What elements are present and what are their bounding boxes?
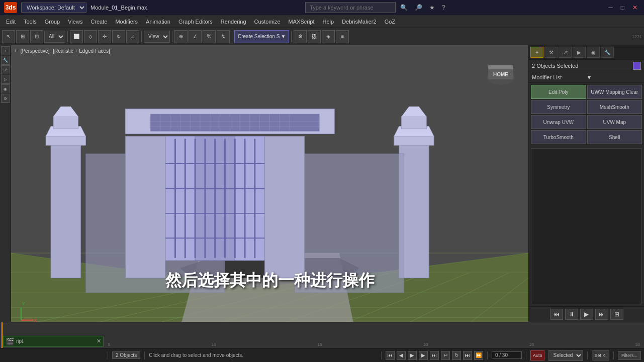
- close-btn[interactable]: ✕: [630, 3, 640, 12]
- search-btn[interactable]: 🔍: [398, 3, 410, 12]
- tab-utilities[interactable]: 🔧: [601, 47, 614, 58]
- display-panel-btn[interactable]: ◉: [1, 84, 10, 93]
- panel-play-first-btn[interactable]: ⏮: [550, 309, 563, 320]
- menu-tools[interactable]: Tools: [20, 17, 41, 26]
- menu-group[interactable]: Group: [41, 17, 64, 26]
- modifier-list-dropdown-icon[interactable]: ▼: [587, 74, 641, 80]
- panel-pause-btn[interactable]: ⏸: [565, 309, 578, 320]
- modifier-list-label: Modifier List: [532, 74, 587, 80]
- tab-motion[interactable]: ▶: [573, 47, 586, 58]
- render-setup-btn[interactable]: ⚙: [294, 30, 307, 43]
- help-btn[interactable]: ?: [439, 3, 448, 12]
- create-panel-btn[interactable]: +: [1, 46, 10, 55]
- menu-animation[interactable]: Animation: [142, 17, 174, 26]
- snap-angle-btn[interactable]: ∠: [189, 30, 202, 43]
- frame-first-btn[interactable]: ⏮: [386, 351, 395, 360]
- lasso-select-btn[interactable]: ◇: [84, 30, 97, 43]
- frame-loop-btn[interactable]: ↻: [452, 351, 461, 360]
- svg-rect-28: [394, 137, 434, 146]
- title-center: 🔍 🔎 ★ ?: [305, 2, 448, 13]
- slate-editor-btn[interactable]: ≡: [336, 30, 349, 43]
- minimize-btn[interactable]: ─: [606, 3, 615, 12]
- tab-create[interactable]: ✦: [530, 47, 543, 58]
- menu-goz[interactable]: GoZ: [381, 17, 399, 26]
- filters-btn[interactable]: Filters...: [618, 351, 641, 360]
- modify-panel-btn[interactable]: 🔧: [1, 56, 10, 65]
- snap-spin-btn[interactable]: ↯: [217, 30, 230, 43]
- frame-play-reverse-btn[interactable]: ↩: [441, 351, 450, 360]
- mod-btn-meshsmooth[interactable]: MeshSmooth: [587, 100, 642, 114]
- search-input[interactable]: [305, 2, 396, 13]
- menu-help[interactable]: Help: [319, 17, 338, 26]
- filter-select[interactable]: All: [44, 31, 65, 43]
- menu-views[interactable]: Views: [64, 17, 86, 26]
- view-select[interactable]: View: [144, 31, 170, 43]
- workspace-dropdown[interactable]: Workspace: Default: [21, 3, 86, 13]
- select-filter-btn[interactable]: ⊡: [30, 30, 43, 43]
- color-swatch[interactable]: [633, 62, 641, 70]
- search-options-btn[interactable]: 🔎: [412, 3, 425, 12]
- toolbar-max-label: 1221: [632, 34, 642, 39]
- snap-toggle-btn[interactable]: ⊕: [174, 30, 188, 43]
- utilities-panel-btn[interactable]: ⚙: [1, 94, 10, 103]
- mod-btn-uww-mapping[interactable]: UWW Mapping Clear: [587, 85, 642, 99]
- tab-hierarchy[interactable]: ⎇: [559, 47, 572, 58]
- status-sep-3: [381, 351, 382, 359]
- mod-btn-uvw-map[interactable]: UVW Map: [587, 115, 642, 129]
- hierarchy-panel-btn[interactable]: ⎇: [1, 65, 10, 74]
- frame-play-btn[interactable]: ▶: [408, 351, 417, 360]
- rotate-btn[interactable]: ↻: [112, 30, 125, 43]
- tick-15: 15: [318, 342, 322, 347]
- region-select-btn[interactable]: ⬜: [70, 30, 83, 43]
- mod-btn-edit-poly[interactable]: Edit Poly: [531, 85, 586, 99]
- panel-extra-btn[interactable]: ⊞: [610, 309, 623, 320]
- tick-30: 30: [635, 342, 640, 347]
- separator-2: [141, 31, 142, 42]
- menu-graph-editors[interactable]: Graph Editors: [174, 17, 217, 26]
- frame-skip-btn[interactable]: ⏭: [463, 351, 472, 360]
- auto-key-btn[interactable]: Auto: [530, 350, 545, 360]
- menu-edit[interactable]: Edit: [2, 17, 20, 26]
- frame-next-btn[interactable]: ▶: [419, 351, 428, 360]
- script-close-btn[interactable]: ✕: [97, 338, 101, 344]
- selected-dropdown[interactable]: Selected: [548, 350, 583, 361]
- bookmark-btn[interactable]: ★: [427, 3, 437, 12]
- snap-percent-btn[interactable]: %: [203, 30, 216, 43]
- menu-customize[interactable]: Customize: [250, 17, 285, 26]
- material-editor-btn[interactable]: ◈: [322, 30, 335, 43]
- mod-btn-unwrap-uvw[interactable]: Unwrap UVW: [531, 115, 586, 129]
- tick-25: 25: [529, 342, 534, 347]
- select-by-name-btn[interactable]: ⊞: [16, 30, 29, 43]
- restore-btn[interactable]: □: [618, 3, 627, 12]
- frame-last-btn[interactable]: ⏭: [430, 351, 439, 360]
- render-btn[interactable]: 🖼: [308, 30, 321, 43]
- frame-counter: 0 / 30: [492, 351, 522, 359]
- motion-panel-btn[interactable]: ▷: [1, 75, 10, 84]
- svg-text:X: X: [34, 318, 37, 322]
- select-tool-btn[interactable]: ↖: [2, 30, 15, 43]
- svg-rect-22: [51, 139, 80, 278]
- menu-create[interactable]: Create: [86, 17, 111, 26]
- tab-display[interactable]: ◉: [587, 47, 600, 58]
- menu-maxscript[interactable]: MAXScript: [285, 17, 319, 26]
- mod-btn-turbsmooth[interactable]: TurboSmooth: [531, 130, 586, 144]
- filename-label: Module_01_Begin.max: [90, 5, 147, 11]
- panel-play-btn[interactable]: ▶: [580, 309, 593, 320]
- mod-btn-symmetry[interactable]: Symmetry: [531, 100, 586, 114]
- set-key-btn[interactable]: Set K.: [592, 350, 609, 360]
- menu-rendering[interactable]: Rendering: [217, 17, 250, 26]
- mod-btn-shell[interactable]: Shell: [587, 130, 642, 144]
- scale-btn[interactable]: ⊿: [126, 30, 139, 43]
- frame-slider-area: ⏮ ◀ ▶ ▶ ⏭ ↩ ↻ ⏭ ⏩: [386, 351, 483, 360]
- menu-bar: Edit Tools Group Views Create Modifiers …: [0, 15, 644, 28]
- frame-prev-btn[interactable]: ◀: [397, 351, 406, 360]
- tab-modify[interactable]: ⚒: [544, 47, 558, 58]
- frame-skip2-btn[interactable]: ⏩: [474, 351, 483, 360]
- panel-play-last-btn[interactable]: ⏭: [595, 309, 608, 320]
- title-bar: 3ds Workspace: Default Module_01_Begin.m…: [0, 0, 644, 15]
- move-btn[interactable]: ✛: [98, 30, 111, 43]
- menu-modifiers[interactable]: Modifiers: [111, 17, 142, 26]
- create-selection-btn[interactable]: Edit Poly Create Selection S ▼: [234, 30, 289, 43]
- menu-debrismaker2[interactable]: DebrisMaker2: [338, 17, 380, 26]
- nav-cube[interactable]: HOME: [483, 55, 518, 90]
